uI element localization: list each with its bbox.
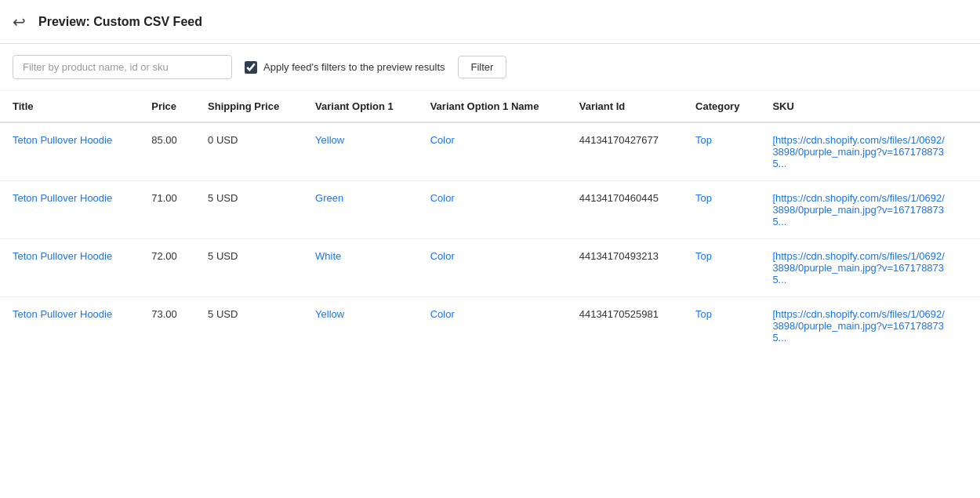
cell-category: Top <box>683 122 760 181</box>
cell-variant-id: 44134170427677 <box>567 122 683 181</box>
product-table: Title Price Shipping Price Variant Optio… <box>0 91 980 354</box>
cell-variant-option-1-name: Color <box>418 122 567 181</box>
cell-variant-option-1: Green <box>303 181 418 239</box>
cell-category: Top <box>683 181 760 239</box>
cell-variant-option-1-name: Color <box>418 297 567 355</box>
cell-shipping-price: 5 USD <box>195 297 303 355</box>
cell-title: Teton Pullover Hoodie <box>0 122 139 181</box>
cell-sku: [https://cdn.shopify.com/s/files/1/0692/… <box>760 181 980 239</box>
table-row: Teton Pullover Hoodie72.005 USDWhiteColo… <box>0 239 980 297</box>
apply-filters-checkbox[interactable] <box>245 61 257 74</box>
cell-price: 71.00 <box>139 181 195 239</box>
apply-filters-checkbox-label[interactable]: Apply feed's filters to the preview resu… <box>245 61 445 74</box>
col-header-category: Category <box>683 91 760 122</box>
cell-price: 73.00 <box>139 297 195 355</box>
toolbar: Apply feed's filters to the preview resu… <box>0 44 980 91</box>
table-row: Teton Pullover Hoodie71.005 USDGreenColo… <box>0 181 980 239</box>
header: ↩ Preview: Custom CSV Feed <box>0 0 980 44</box>
cell-price: 72.00 <box>139 239 195 297</box>
cell-sku: [https://cdn.shopify.com/s/files/1/0692/… <box>760 297 980 355</box>
table-row: Teton Pullover Hoodie73.005 USDYellowCol… <box>0 297 980 355</box>
cell-variant-option-1-name: Color <box>418 181 567 239</box>
cell-variant-id: 44134170460445 <box>567 181 683 239</box>
col-header-price: Price <box>139 91 195 122</box>
cell-category: Top <box>683 239 760 297</box>
table-header-row: Title Price Shipping Price Variant Optio… <box>0 91 980 122</box>
col-header-variant-option-1-name: Variant Option 1 Name <box>418 91 567 122</box>
cell-shipping-price: 5 USD <box>195 239 303 297</box>
table-row: Teton Pullover Hoodie85.000 USDYellowCol… <box>0 122 980 181</box>
col-header-variant-id: Variant Id <box>567 91 683 122</box>
page-title: Preview: Custom CSV Feed <box>38 15 202 29</box>
col-header-shipping-price: Shipping Price <box>195 91 303 122</box>
cell-price: 85.00 <box>139 122 195 181</box>
apply-filters-label: Apply feed's filters to the preview resu… <box>263 61 445 73</box>
filter-button[interactable]: Filter <box>458 56 507 78</box>
search-input[interactable] <box>13 55 232 79</box>
cell-title: Teton Pullover Hoodie <box>0 181 139 239</box>
col-header-sku: SKU <box>760 91 980 122</box>
cell-shipping-price: 0 USD <box>195 122 303 181</box>
cell-title: Teton Pullover Hoodie <box>0 297 139 355</box>
cell-sku: [https://cdn.shopify.com/s/files/1/0692/… <box>760 239 980 297</box>
cell-sku: [https://cdn.shopify.com/s/files/1/0692/… <box>760 122 980 181</box>
cell-variant-option-1: White <box>303 239 418 297</box>
cell-title: Teton Pullover Hoodie <box>0 239 139 297</box>
back-icon[interactable]: ↩ <box>13 13 26 31</box>
cell-variant-id: 44134170525981 <box>567 297 683 355</box>
col-header-title: Title <box>0 91 139 122</box>
cell-category: Top <box>683 297 760 355</box>
cell-variant-option-1: Yellow <box>303 297 418 355</box>
col-header-variant-option-1: Variant Option 1 <box>303 91 418 122</box>
cell-variant-option-1-name: Color <box>418 239 567 297</box>
cell-variant-option-1: Yellow <box>303 122 418 181</box>
cell-variant-id: 44134170493213 <box>567 239 683 297</box>
cell-shipping-price: 5 USD <box>195 181 303 239</box>
table-container: Title Price Shipping Price Variant Optio… <box>0 91 980 354</box>
